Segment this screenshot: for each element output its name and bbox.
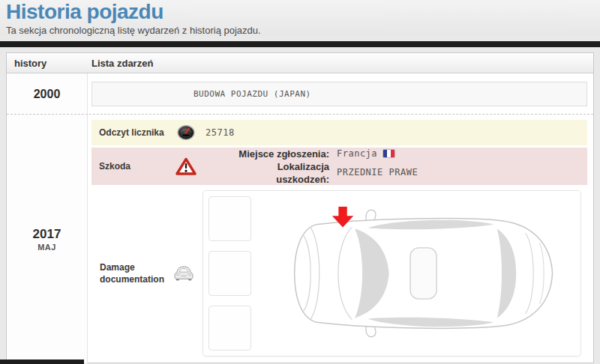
table-row-2017: 2017 MAJ Odczyt licznika (7, 115, 593, 363)
year-cell-2017: 2017 MAJ (7, 115, 88, 363)
odometer-label: Odczyt licznika (99, 127, 171, 139)
damage-row: Szkoda Miejsce zgłoszenia: Francja (92, 148, 587, 185)
report-place-label: Miejsce zgłoszenia: (224, 148, 329, 160)
odometer-row: Odczyt licznika (92, 120, 587, 145)
car-front-icon (173, 265, 194, 281)
vehicle-build-event: BUDOWA POJAZDU (JAPAN) (92, 82, 587, 106)
month-label: MAJ (38, 243, 56, 252)
events-2017: Odczyt licznika (88, 115, 593, 363)
table-row-2000: 2000 BUDOWA POJAZDU (JAPAN) (7, 73, 593, 115)
top-divider-bar (0, 41, 600, 47)
odometer-value: 25718 (206, 127, 235, 138)
page-subtitle: Ta sekcja chronologiczną listę wydarzeń … (6, 25, 594, 36)
table-header: history Lista zdarzeń (7, 53, 593, 73)
bottom-divider-bar (0, 360, 84, 364)
events-2000: BUDOWA POJAZDU (JAPAN) (88, 73, 593, 114)
damage-details: Miejsce zgłoszenia: Francja Lokalizacja … (224, 148, 418, 186)
header-col-events: Lista zdarzeń (88, 58, 593, 69)
odometer-gauge-icon (171, 125, 201, 140)
damage-documentation-panel (202, 190, 581, 357)
year-label: 2000 (34, 87, 61, 101)
damage-location-value: PRZEDNIE PRAWE (337, 166, 418, 179)
damage-documentation-row: Damage documentation (92, 187, 587, 359)
damage-documentation-label: Damage documentation (100, 261, 172, 285)
photo-thumbnail[interactable] (208, 306, 251, 351)
photo-thumbnail[interactable] (208, 251, 251, 296)
page-title: Historia pojazdu (6, 1, 594, 22)
photo-thumbnails (208, 196, 251, 351)
page-header: Historia pojazdu Ta sekcja chronologiczn… (0, 0, 600, 36)
damage-location-label: Lokalizacja uszkodzeń: (224, 160, 329, 186)
header-col-history: history (7, 58, 88, 69)
sunroof (410, 248, 436, 299)
year-label: 2017 (33, 227, 62, 242)
france-flag-icon (382, 149, 395, 158)
damage-label: Szkoda (99, 161, 171, 173)
photo-thumbnail[interactable] (208, 196, 251, 241)
car-top-view-diagram (251, 202, 575, 345)
vehicle-history-table: history Lista zdarzeń 2000 BUDOWA POJAZD… (6, 52, 594, 363)
year-cell-2000: 2000 (7, 73, 88, 114)
report-place-value: Francja (337, 148, 377, 160)
warning-triangle-icon (171, 157, 201, 176)
